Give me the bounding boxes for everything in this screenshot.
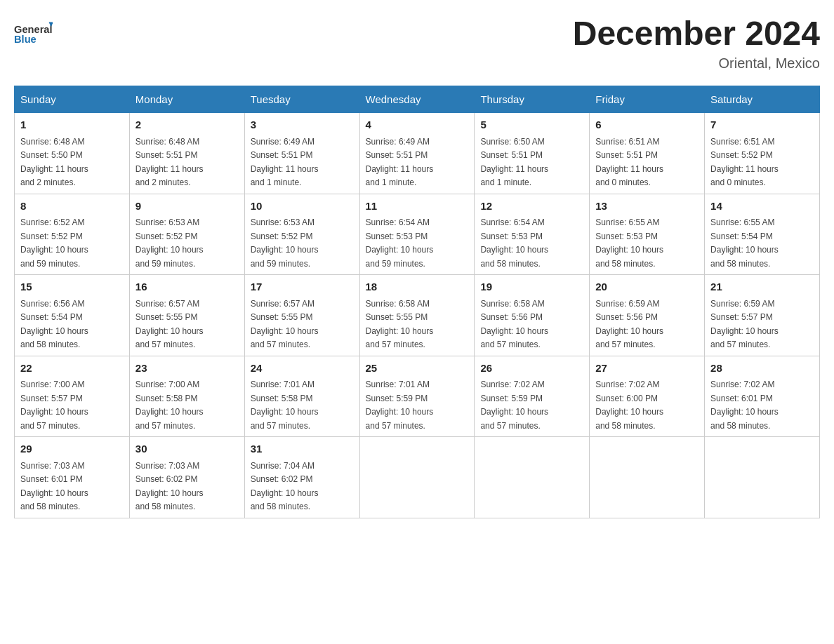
svg-text:Blue: Blue [14, 34, 37, 45]
day-number: 24 [251, 361, 354, 377]
table-row: 21Sunrise: 6:59 AMSunset: 5:57 PMDayligh… [705, 275, 820, 356]
table-row: 22Sunrise: 7:00 AMSunset: 5:57 PMDayligh… [15, 356, 130, 437]
logo-svg: General Blue [14, 14, 53, 53]
calendar-week-5: 29Sunrise: 7:03 AMSunset: 6:01 PMDayligh… [15, 437, 820, 518]
title-block: December 2024 Oriental, Mexico [573, 14, 820, 72]
table-row: 11Sunrise: 6:54 AMSunset: 5:53 PMDayligh… [359, 194, 475, 275]
table-row: 13Sunrise: 6:55 AMSunset: 5:53 PMDayligh… [590, 194, 705, 275]
table-row: 3Sunrise: 6:49 AMSunset: 5:51 PMDaylight… [244, 113, 359, 194]
day-info: Sunrise: 6:48 AMSunset: 5:50 PMDaylight:… [20, 137, 88, 188]
day-number: 19 [480, 279, 583, 295]
table-row: 29Sunrise: 7:03 AMSunset: 6:01 PMDayligh… [15, 437, 130, 518]
day-number: 18 [366, 279, 469, 295]
table-row: 30Sunrise: 7:03 AMSunset: 6:02 PMDayligh… [129, 437, 244, 518]
day-number: 9 [135, 199, 239, 215]
table-row [475, 437, 590, 518]
table-row: 20Sunrise: 6:59 AMSunset: 5:56 PMDayligh… [590, 275, 705, 356]
day-info: Sunrise: 6:48 AMSunset: 5:51 PMDaylight:… [135, 137, 204, 188]
day-info: Sunrise: 6:58 AMSunset: 5:56 PMDaylight:… [480, 299, 548, 350]
day-number: 10 [251, 199, 354, 215]
day-info: Sunrise: 6:49 AMSunset: 5:51 PMDaylight:… [251, 137, 319, 188]
table-row: 9Sunrise: 6:53 AMSunset: 5:52 PMDaylight… [129, 194, 244, 275]
day-number: 16 [135, 279, 239, 295]
table-row: 18Sunrise: 6:58 AMSunset: 5:55 PMDayligh… [359, 275, 475, 356]
calendar-week-2: 8Sunrise: 6:52 AMSunset: 5:52 PMDaylight… [15, 194, 820, 275]
day-number: 25 [366, 361, 469, 377]
day-number: 27 [595, 361, 699, 377]
day-number: 12 [480, 199, 583, 215]
day-number: 6 [595, 117, 699, 133]
day-number: 31 [251, 441, 354, 457]
table-row: 28Sunrise: 7:02 AMSunset: 6:01 PMDayligh… [705, 356, 820, 437]
day-info: Sunrise: 6:56 AMSunset: 5:54 PMDaylight:… [20, 299, 88, 350]
day-number: 17 [251, 279, 354, 295]
calendar-week-4: 22Sunrise: 7:00 AMSunset: 5:57 PMDayligh… [15, 356, 820, 437]
day-info: Sunrise: 7:03 AMSunset: 6:02 PMDaylight:… [135, 461, 204, 512]
day-info: Sunrise: 6:49 AMSunset: 5:51 PMDaylight:… [366, 137, 434, 188]
day-number: 4 [366, 117, 469, 133]
day-info: Sunrise: 7:02 AMSunset: 6:01 PMDaylight:… [710, 380, 779, 431]
day-info: Sunrise: 6:50 AMSunset: 5:51 PMDaylight:… [480, 137, 548, 188]
calendar-week-1: 1Sunrise: 6:48 AMSunset: 5:50 PMDaylight… [15, 113, 820, 194]
day-number: 21 [710, 279, 814, 295]
col-monday: Monday [129, 86, 244, 113]
table-row: 7Sunrise: 6:51 AMSunset: 5:52 PMDaylight… [705, 113, 820, 194]
day-number: 5 [480, 117, 583, 133]
day-info: Sunrise: 6:55 AMSunset: 5:53 PMDaylight:… [595, 217, 663, 269]
table-row: 26Sunrise: 7:02 AMSunset: 5:59 PMDayligh… [475, 356, 590, 437]
day-info: Sunrise: 6:59 AMSunset: 5:56 PMDaylight:… [595, 299, 663, 350]
day-info: Sunrise: 6:54 AMSunset: 5:53 PMDaylight:… [366, 217, 434, 269]
table-row: 1Sunrise: 6:48 AMSunset: 5:50 PMDaylight… [15, 113, 130, 194]
day-info: Sunrise: 6:54 AMSunset: 5:53 PMDaylight:… [480, 217, 548, 269]
calendar-table: Sunday Monday Tuesday Wednesday Thursday… [14, 86, 820, 518]
table-row: 23Sunrise: 7:00 AMSunset: 5:58 PMDayligh… [129, 356, 244, 437]
table-row: 6Sunrise: 6:51 AMSunset: 5:51 PMDaylight… [590, 113, 705, 194]
table-row: 10Sunrise: 6:53 AMSunset: 5:52 PMDayligh… [244, 194, 359, 275]
col-saturday: Saturday [705, 86, 820, 113]
day-number: 8 [20, 199, 124, 215]
col-thursday: Thursday [475, 86, 590, 113]
table-row: 31Sunrise: 7:04 AMSunset: 6:02 PMDayligh… [244, 437, 359, 518]
day-info: Sunrise: 6:51 AMSunset: 5:51 PMDaylight:… [595, 137, 663, 188]
day-number: 30 [135, 441, 239, 457]
day-info: Sunrise: 6:59 AMSunset: 5:57 PMDaylight:… [710, 299, 779, 350]
day-info: Sunrise: 6:52 AMSunset: 5:52 PMDaylight:… [20, 217, 88, 269]
table-row: 4Sunrise: 6:49 AMSunset: 5:51 PMDaylight… [359, 113, 475, 194]
svg-text:General: General [14, 24, 53, 35]
day-number: 15 [20, 279, 124, 295]
col-sunday: Sunday [15, 86, 130, 113]
table-row: 15Sunrise: 6:56 AMSunset: 5:54 PMDayligh… [15, 275, 130, 356]
table-row: 2Sunrise: 6:48 AMSunset: 5:51 PMDaylight… [129, 113, 244, 194]
day-info: Sunrise: 7:01 AMSunset: 5:58 PMDaylight:… [251, 380, 319, 431]
table-row: 19Sunrise: 6:58 AMSunset: 5:56 PMDayligh… [475, 275, 590, 356]
col-friday: Friday [590, 86, 705, 113]
day-info: Sunrise: 7:03 AMSunset: 6:01 PMDaylight:… [20, 461, 88, 512]
day-number: 26 [480, 361, 583, 377]
table-row [590, 437, 705, 518]
col-wednesday: Wednesday [359, 86, 475, 113]
day-number: 3 [251, 117, 354, 133]
table-row: 8Sunrise: 6:52 AMSunset: 5:52 PMDaylight… [15, 194, 130, 275]
day-info: Sunrise: 6:57 AMSunset: 5:55 PMDaylight:… [135, 299, 204, 350]
day-info: Sunrise: 7:04 AMSunset: 6:02 PMDaylight:… [251, 461, 319, 512]
table-row: 24Sunrise: 7:01 AMSunset: 5:58 PMDayligh… [244, 356, 359, 437]
logo: General Blue [14, 14, 53, 53]
table-row: 17Sunrise: 6:57 AMSunset: 5:55 PMDayligh… [244, 275, 359, 356]
day-number: 1 [20, 117, 124, 133]
day-info: Sunrise: 7:02 AMSunset: 5:59 PMDaylight:… [480, 380, 548, 431]
day-info: Sunrise: 7:01 AMSunset: 5:59 PMDaylight:… [366, 380, 434, 431]
day-info: Sunrise: 6:57 AMSunset: 5:55 PMDaylight:… [251, 299, 319, 350]
day-number: 28 [710, 361, 814, 377]
day-info: Sunrise: 6:53 AMSunset: 5:52 PMDaylight:… [251, 217, 319, 269]
page-header: General Blue December 2024 Oriental, Mex… [14, 14, 820, 72]
day-info: Sunrise: 6:53 AMSunset: 5:52 PMDaylight:… [135, 217, 204, 269]
day-number: 22 [20, 361, 124, 377]
day-info: Sunrise: 6:58 AMSunset: 5:55 PMDaylight:… [366, 299, 434, 350]
table-row: 14Sunrise: 6:55 AMSunset: 5:54 PMDayligh… [705, 194, 820, 275]
day-info: Sunrise: 6:51 AMSunset: 5:52 PMDaylight:… [710, 137, 779, 188]
table-row: 27Sunrise: 7:02 AMSunset: 6:00 PMDayligh… [590, 356, 705, 437]
day-number: 20 [595, 279, 699, 295]
table-row: 5Sunrise: 6:50 AMSunset: 5:51 PMDaylight… [475, 113, 590, 194]
day-info: Sunrise: 7:00 AMSunset: 5:57 PMDaylight:… [20, 380, 88, 431]
day-number: 13 [595, 199, 699, 215]
